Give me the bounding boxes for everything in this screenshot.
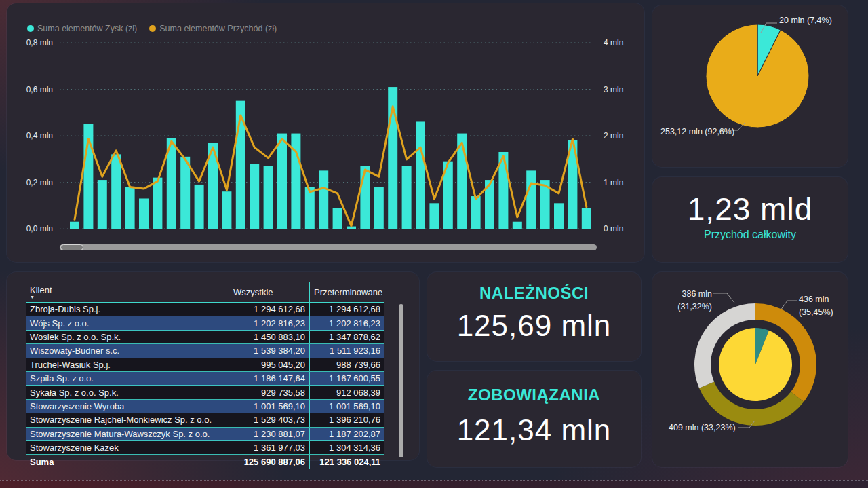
client-name-cell[interactable]: Stowarzyszenie Matura-Wawszczyk Sp. z o.… [26,428,229,440]
inner-pie-slice-yellow[interactable] [719,328,792,401]
profit-bar[interactable] [222,191,231,229]
profit-bar[interactable] [416,121,425,229]
overdue-amount-cell[interactable]: 1 294 612,68 [309,303,384,316]
client-name-cell[interactable]: Wosiek Sp. z o.o. Sp.k. [26,331,229,343]
profit-bar[interactable] [429,203,439,229]
left-axis-tick: 0,2 mln [26,178,53,187]
profit-bar[interactable] [513,222,522,229]
chart-scrollbar-thumb[interactable] [60,244,83,250]
profit-bar[interactable] [402,166,412,229]
table-row[interactable]: Zbroja-Dubis Sp.j.1 294 612,681 294 612,… [26,303,384,316]
all-amount-cell[interactable]: 1 202 816,23 [229,316,309,329]
zysk-legend-dot-icon [27,25,34,32]
column-header-wszystkie[interactable]: Wszystkie [229,282,309,302]
profit-bar[interactable] [305,187,315,229]
all-amount-cell[interactable]: 995 045,20 [229,358,309,371]
profit-bar[interactable] [582,208,591,229]
overdue-amount-cell[interactable]: 1 347 878,62 [309,331,384,343]
przychod-legend-dot-icon [149,25,156,32]
profit-bar[interactable] [195,185,204,229]
sort-descending-icon: ▼ [30,295,35,299]
profit-bar[interactable] [277,134,287,229]
profit-bar[interactable] [374,187,384,229]
left-axis-tick: 0,4 mln [26,131,53,140]
profit-bar[interactable] [125,187,135,229]
profit-bar[interactable] [360,166,370,229]
clients-table: Klient ▼ Wszystkie Przeterminowane Zbroj… [26,282,384,469]
table-row[interactable]: Stowarzyszenie Wyroba1 001 569,101 001 5… [26,400,384,413]
table-row[interactable]: Wiszowaty-Budner s.c.1 539 384,201 511 9… [26,344,384,358]
pie-label-small-slice: 20 mln (7,4%) [779,16,832,25]
column-header-przeterminowane[interactable]: Przeterminowane [309,282,384,302]
donut-label-409: 409 mln (33,23%) [669,421,736,434]
table-row[interactable]: Wosiek Sp. z o.o. Sp.k.1 450 883,101 347… [26,331,384,344]
table-row[interactable]: Truchel-Wasiuk Sp.j.995 045,20988 739,66 [26,358,384,372]
all-amount-cell[interactable]: 1 230 881,07 [229,428,309,440]
profit-bar[interactable] [111,154,121,229]
column-header-klient[interactable]: Klient ▼ [26,282,229,302]
client-name-cell[interactable]: Truchel-Wasiuk Sp.j. [26,358,229,371]
client-name-cell[interactable]: Sykała Sp. z o.o. Sp.k. [26,386,229,398]
client-name-cell[interactable]: Szpila Sp. z o.o. [26,372,229,385]
table-row[interactable]: Sykała Sp. z o.o. Sp.k.929 735,58912 068… [26,386,384,399]
overdue-amount-cell[interactable]: 912 068,39 [309,386,384,398]
liabilities-kpi-card: ZOBOWIĄZANIA 121,34 mln [427,371,641,467]
total-revenue-kpi-card: 1,23 mld Przychód całkowity [652,177,848,262]
overdue-amount-cell[interactable]: 1 001 569,10 [309,400,384,413]
receivables-value: 125,69 mln [427,309,641,343]
donut-label-436-pct: (35,45%) [799,307,833,317]
profit-bar[interactable] [264,166,273,229]
all-amount-cell[interactable]: 1 294 612,68 [229,303,309,316]
client-name-cell[interactable]: Stowarzyszenie Kazek [26,441,229,454]
overdue-amount-cell[interactable]: 1 304 314,36 [309,441,384,454]
profit-bar[interactable] [153,178,162,229]
client-name-cell[interactable]: Wójs Sp. z o.o. [26,316,229,329]
profit-bar[interactable] [98,180,107,229]
combo-chart: 0,8 mln4 mln0,6 mln3 mln0,4 mln2 mln0,2 … [7,3,644,262]
profit-bar[interactable] [319,170,328,229]
total-label: Suma [26,455,229,469]
liabilities-title: ZOBOWIĄZANIA [427,386,641,405]
all-amount-cell[interactable]: 1 186 147,64 [229,372,309,385]
table-row[interactable]: Szpila Sp. z o.o.1 186 147,641 167 600,5… [26,372,384,386]
client-name-cell[interactable]: Stowarzyszenie Rajchel-Monkiewicz Sp. z … [26,413,229,426]
left-axis-tick: 0,6 mln [26,85,53,94]
overdue-amount-cell[interactable]: 1 167 600,55 [309,372,384,385]
table-row[interactable]: Stowarzyszenie Rajchel-Monkiewicz Sp. z … [26,413,384,427]
legend-item-zysk[interactable]: Suma elementów Zysk (zł) [27,24,137,33]
profit-bar[interactable] [471,196,481,229]
chart-horizontal-scrollbar[interactable] [60,244,597,250]
profit-bar[interactable] [70,222,79,229]
pie-slice-big[interactable] [706,24,809,128]
revenue-line[interactable] [75,107,587,226]
profit-bar[interactable] [250,164,259,229]
table-row[interactable]: Stowarzyszenie Matura-Wawszczyk Sp. z o.… [26,428,384,441]
client-name-cell[interactable]: Stowarzyszenie Wyroba [26,400,229,413]
left-axis-tick: 0,0 mln [26,224,53,233]
all-amount-cell[interactable]: 1 361 977,03 [229,441,309,454]
total-revenue-value: 1,23 mld [652,191,848,227]
profit-bar[interactable] [333,208,342,229]
client-name-cell[interactable]: Zbroja-Dubis Sp.j. [26,303,229,316]
client-name-cell[interactable]: Wiszowaty-Budner s.c. [26,344,229,357]
table-row[interactable]: Wójs Sp. z o.o.1 202 816,231 202 816,23 [26,316,384,330]
all-amount-cell[interactable]: 1 450 883,10 [229,331,309,343]
right-axis-tick: 3 mln [604,85,623,94]
overdue-amount-cell[interactable]: 1 396 210,76 [309,413,384,426]
overdue-amount-cell[interactable]: 1 511 923,16 [309,344,384,357]
table-vertical-scrollbar[interactable] [399,304,403,457]
chart-legend: Suma elementów Zysk (zł) Suma elementów … [27,24,277,33]
overdue-amount-cell[interactable]: 1 187 202,87 [309,428,384,440]
profit-bar[interactable] [554,203,564,229]
all-amount-cell[interactable]: 1 001 569,10 [229,400,309,413]
all-amount-cell[interactable]: 929 735,58 [229,386,309,398]
profit-bar[interactable] [180,157,190,229]
table-row[interactable]: Stowarzyszenie Kazek1 361 977,031 304 31… [26,441,384,455]
profit-bar[interactable] [526,170,536,229]
all-amount-cell[interactable]: 1 539 384,20 [229,344,309,357]
overdue-amount-cell[interactable]: 988 739,66 [309,358,384,371]
overdue-amount-cell[interactable]: 1 202 816,23 [309,316,384,329]
legend-item-przychod[interactable]: Suma elementów Przychód (zł) [149,24,277,33]
profit-bar[interactable] [139,198,149,229]
all-amount-cell[interactable]: 1 529 403,73 [229,413,309,426]
